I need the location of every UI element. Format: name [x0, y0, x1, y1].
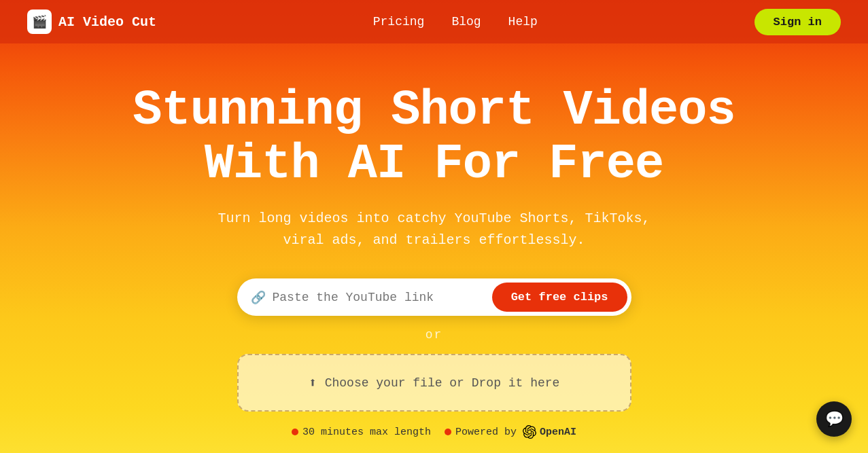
nav-link-help[interactable]: Help: [508, 15, 538, 29]
drop-text: Choose your file or Drop it here: [325, 376, 560, 390]
max-length-label: 30 minutes max length: [302, 427, 431, 438]
logo-icon: 🎬: [27, 10, 52, 34]
hero-subtitle: Turn long videos into catchy YouTube Sho…: [218, 208, 650, 251]
footer-info: 30 minutes max length Powered by OpenAI: [292, 425, 576, 439]
navbar: 🎬 AI Video Cut Pricing Blog Help Sign in: [0, 0, 868, 43]
hero-title: Stunning Short Videos With AI For Free: [133, 84, 735, 192]
youtube-input-row: 🔗 Get free clips: [237, 278, 631, 316]
chat-icon: 💬: [825, 410, 844, 429]
max-length-info: 30 minutes max length: [292, 427, 431, 438]
get-clips-button[interactable]: Get free clips: [492, 283, 627, 312]
file-drop-zone[interactable]: ⬆ Choose your file or Drop it here: [237, 354, 631, 412]
openai-logo: OpenAI: [523, 425, 576, 439]
upload-icon: ⬆: [309, 374, 317, 391]
red-dot-1: [292, 429, 298, 435]
link-icon: 🔗: [251, 290, 266, 305]
openai-icon: [523, 425, 536, 439]
nav-link-pricing[interactable]: Pricing: [373, 15, 425, 29]
sign-in-button[interactable]: Sign in: [754, 9, 841, 35]
openai-text: OpenAI: [540, 427, 576, 438]
youtube-url-input[interactable]: [273, 291, 492, 304]
logo-area: 🎬 AI Video Cut: [27, 10, 156, 34]
nav-links: Pricing Blog Help: [373, 15, 538, 29]
powered-by-info: Powered by OpenAI: [445, 425, 576, 439]
powered-by-label: Powered by: [455, 427, 517, 438]
or-divider: or: [426, 328, 443, 342]
logo-text: AI Video Cut: [58, 14, 156, 30]
chat-bubble-button[interactable]: 💬: [816, 401, 852, 437]
red-dot-2: [445, 429, 451, 435]
nav-link-blog[interactable]: Blog: [451, 15, 481, 29]
hero-section: Stunning Short Videos With AI For Free T…: [0, 43, 868, 439]
